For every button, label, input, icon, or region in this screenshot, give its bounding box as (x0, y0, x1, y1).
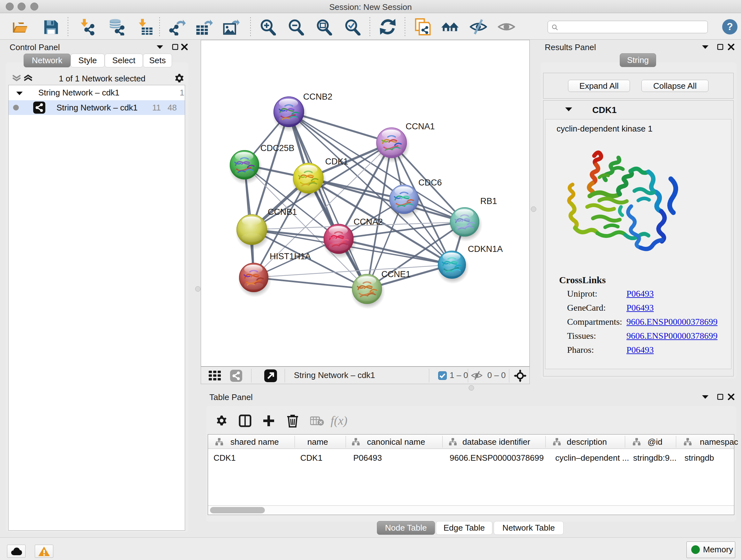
svg-text:CCNE1: CCNE1 (381, 269, 411, 279)
svg-text:CCNB1: CCNB1 (268, 207, 297, 217)
svg-text:CDC6: CDC6 (418, 178, 442, 187)
svg-text:HIST1H1A: HIST1H1A (270, 252, 311, 261)
svg-text:CDC25B: CDC25B (260, 143, 294, 153)
svg-text:CCNA1: CCNA1 (406, 122, 435, 131)
svg-text:?: ? (727, 21, 733, 32)
svg-text:CCNA2: CCNA2 (354, 217, 383, 227)
svg-text:CDKN1A: CDKN1A (468, 244, 503, 254)
svg-text:CCNB2: CCNB2 (303, 92, 333, 102)
svg-text:CDK1: CDK1 (325, 157, 348, 166)
svg-text:RB1: RB1 (480, 196, 497, 206)
